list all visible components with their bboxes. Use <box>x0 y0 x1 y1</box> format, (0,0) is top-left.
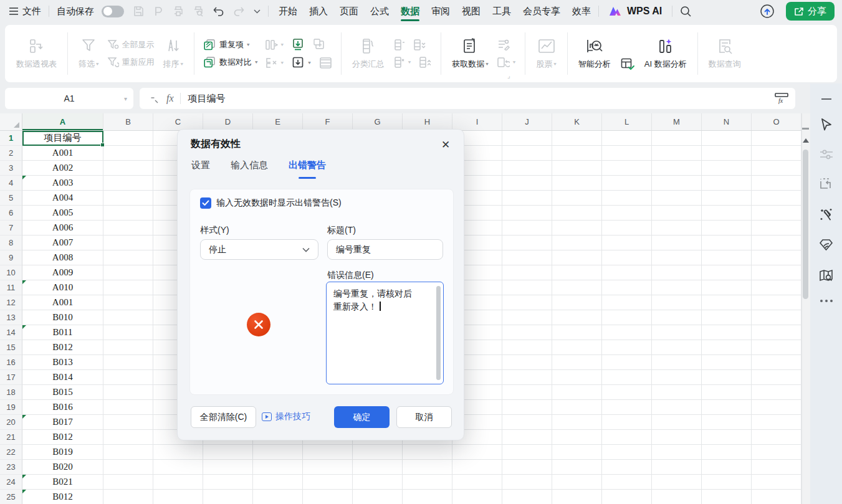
cell-K22[interactable] <box>552 445 602 460</box>
cell-N10[interactable] <box>702 265 752 280</box>
cell-B3[interactable] <box>103 161 153 176</box>
cell-N19[interactable] <box>702 400 752 415</box>
cell-M4[interactable] <box>652 176 702 191</box>
cell-B18[interactable] <box>103 385 153 400</box>
cell-B20[interactable] <box>103 415 153 430</box>
cell-B16[interactable] <box>103 355 153 370</box>
cell-N17[interactable] <box>702 370 752 385</box>
cell-N9[interactable] <box>702 250 752 265</box>
cell-B12[interactable] <box>103 295 153 310</box>
search-icon[interactable] <box>680 6 692 17</box>
scroll-up-arrow[interactable] <box>803 138 809 143</box>
cell-N8[interactable] <box>702 235 752 250</box>
cell-J13[interactable] <box>502 310 552 325</box>
cell-O16[interactable] <box>752 355 801 370</box>
cell-L15[interactable] <box>602 340 652 355</box>
cell-C22[interactable] <box>153 445 203 460</box>
filter-button[interactable]: 筛选▾ <box>74 38 104 70</box>
table-check-button[interactable] <box>616 37 639 70</box>
export-pdf-icon[interactable] <box>153 6 164 17</box>
show-alert-checkbox[interactable] <box>200 197 211 209</box>
row-header-6[interactable]: 6 <box>0 206 22 221</box>
cell-N7[interactable] <box>702 221 752 235</box>
row-header-19[interactable]: 19 <box>0 400 22 415</box>
cell-B21[interactable] <box>103 430 153 445</box>
cell-L25[interactable] <box>602 490 652 504</box>
cell-K14[interactable] <box>552 325 602 340</box>
cell-N16[interactable] <box>702 355 752 370</box>
cell-M9[interactable] <box>652 250 702 265</box>
cell-M5[interactable] <box>652 191 702 206</box>
row-header-3[interactable]: 3 <box>0 161 22 176</box>
cell-J14[interactable] <box>502 325 552 340</box>
cell-M20[interactable] <box>652 415 702 430</box>
row-header-15[interactable]: 15 <box>0 340 22 355</box>
file-menu[interactable]: 文件 <box>9 6 41 17</box>
cell-A15[interactable]: B012 <box>22 340 103 355</box>
cell-F25[interactable] <box>303 490 353 504</box>
cell-M10[interactable] <box>652 265 702 280</box>
cell-A10[interactable]: A009 <box>22 265 103 280</box>
cell-M11[interactable] <box>652 280 702 295</box>
cell-J20[interactable] <box>502 415 552 430</box>
dropdown-list-button[interactable]: ▾ <box>292 57 311 69</box>
cell-I23[interactable] <box>452 460 502 475</box>
tab-会员专享[interactable]: 会员专享 <box>523 0 560 22</box>
row-header-25[interactable]: 25 <box>0 490 22 504</box>
cell-A25[interactable]: B012 <box>22 490 103 504</box>
dialog-tab-设置[interactable]: 设置 <box>191 159 210 179</box>
cell-O22[interactable] <box>752 445 801 460</box>
cell-O15[interactable] <box>752 340 801 355</box>
cell-O25[interactable] <box>752 490 801 504</box>
cell-A21[interactable]: B012 <box>22 430 103 445</box>
cell-J8[interactable] <box>502 235 552 250</box>
cell-M21[interactable] <box>652 430 702 445</box>
cell-J18[interactable] <box>502 385 552 400</box>
cell-L9[interactable] <box>602 250 652 265</box>
cell-O6[interactable] <box>752 206 801 221</box>
cell-N25[interactable] <box>702 490 752 504</box>
column-header-C[interactable]: C <box>153 113 203 130</box>
cursor-icon[interactable] <box>820 118 833 131</box>
row-header-9[interactable]: 9 <box>0 250 22 265</box>
cell-K19[interactable] <box>552 400 602 415</box>
cell-G24[interactable] <box>353 475 403 490</box>
cell-A20[interactable]: B017 <box>22 415 103 430</box>
column-header-J[interactable]: J <box>502 113 552 130</box>
quick-access-chevron-icon[interactable] <box>254 9 261 14</box>
cell-F22[interactable] <box>303 445 353 460</box>
row-header-18[interactable]: 18 <box>0 385 22 400</box>
cell-J9[interactable] <box>502 250 552 265</box>
cell-N20[interactable] <box>702 415 752 430</box>
cell-K2[interactable] <box>552 146 602 161</box>
cell-M3[interactable] <box>652 161 702 176</box>
cell-O18[interactable] <box>752 385 801 400</box>
column-header-G[interactable]: G <box>353 113 403 130</box>
cell-N24[interactable] <box>702 475 752 490</box>
cell-O9[interactable] <box>752 250 801 265</box>
cell-O12[interactable] <box>752 295 801 310</box>
show-alert-checkbox-row[interactable]: 输入无效数据时显示出错警告(S) <box>200 197 342 209</box>
cell-O7[interactable] <box>752 221 801 235</box>
upload-cloud-icon[interactable] <box>760 4 775 19</box>
cell-J4[interactable] <box>502 176 552 191</box>
column-header-D[interactable]: D <box>203 113 253 130</box>
cell-O10[interactable] <box>752 265 801 280</box>
cell-A3[interactable]: A002 <box>22 161 103 176</box>
cell-J17[interactable] <box>502 370 552 385</box>
cell-L4[interactable] <box>602 176 652 191</box>
share-button[interactable]: 分享 <box>786 2 835 21</box>
reapply-button[interactable]: 重新应用 <box>108 57 155 68</box>
cell-D25[interactable] <box>203 490 253 504</box>
pivot-table-button[interactable]: 数据透视表 <box>11 38 62 70</box>
cell-B15[interactable] <box>103 340 153 355</box>
column-header-O[interactable]: O <box>752 113 801 130</box>
column-header-L[interactable]: L <box>602 113 652 130</box>
cell-J15[interactable] <box>502 340 552 355</box>
expand-detail-icon[interactable] <box>414 39 426 50</box>
edit-links-icon[interactable] <box>497 39 510 50</box>
cell-E23[interactable] <box>253 460 303 475</box>
column-header-H[interactable]: H <box>403 113 452 130</box>
column-header-N[interactable]: N <box>702 113 752 130</box>
cell-O3[interactable] <box>752 161 801 176</box>
